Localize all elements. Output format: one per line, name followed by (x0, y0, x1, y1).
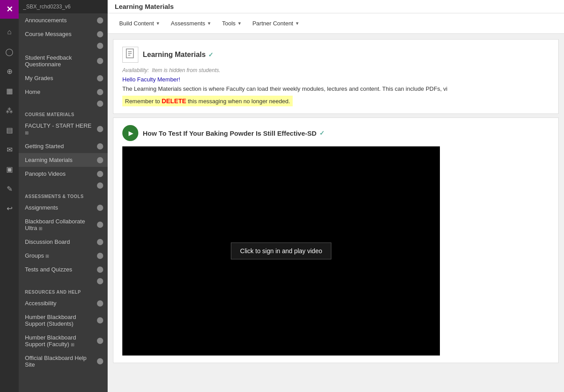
grid-icon[interactable]: ▦ (1, 83, 17, 99)
panopto-dot (97, 171, 103, 177)
sidebar-item-humber-faculty[interactable]: Humber Blackboard Support (Faculty) ⊞ (19, 331, 108, 351)
video-header: How To Test If Your Baking Powder Is Sti… (122, 125, 549, 141)
divider-4 (19, 276, 108, 286)
section-resources-help: RESOURCES AND HELP (19, 286, 108, 296)
sidebar-item-getting-started[interactable]: Getting Started (19, 139, 108, 153)
content-area: Learning Materials ✓ Availability: Item … (108, 34, 564, 392)
back-icon[interactable]: ↩ (1, 200, 17, 216)
partner-content-chevron: ▼ (295, 21, 299, 26)
sidebar-item-groups[interactable]: Groups ⊞ (19, 249, 108, 263)
sign-in-play-button[interactable]: Click to sign in and play video (231, 242, 331, 259)
tests-quizzes-dot (97, 267, 103, 273)
groups-ext-icon: ⊞ (45, 254, 49, 259)
learning-materials-card: Learning Materials ✓ Availability: Item … (113, 39, 559, 114)
groups-dot (97, 253, 103, 259)
close-button[interactable]: ✕ (0, 0, 19, 19)
discussion-dot (97, 239, 103, 245)
humber-faculty-dot (97, 338, 103, 344)
sidebar-item-course-messages[interactable]: Course Messages (19, 27, 108, 41)
page-title: Learning Materials (115, 3, 174, 10)
video-check-icon: ✓ (319, 129, 325, 137)
collaborate-dot (97, 222, 103, 228)
sidebar-item-accessibility[interactable]: Accessibility (19, 296, 108, 310)
build-content-chevron: ▼ (156, 21, 160, 26)
sidebar-item-panopto[interactable]: Panopto Videos (19, 167, 108, 181)
sidebar: _SBX_rchd0233_v6 Announcements Course Me… (19, 0, 108, 392)
sidebar-item-announcements[interactable]: Announcements (19, 13, 108, 27)
video-player[interactable]: Click to sign in and play video (122, 146, 440, 356)
sidebar-item-assignments[interactable]: Assignments (19, 201, 108, 214)
mail-icon[interactable]: ✉ (1, 141, 17, 158)
course-id-label: _SBX_rchd0233_v6 (23, 4, 71, 10)
faculty-support-ext-icon: ⊞ (71, 342, 74, 347)
greeting-text: Hello Faculty Member! (122, 76, 549, 83)
assessments-chevron: ▼ (207, 21, 211, 26)
sidebar-item-discussion[interactable]: Discussion Board (19, 235, 108, 249)
edit-icon[interactable]: ✎ (1, 181, 17, 197)
video-title: How To Test If Your Baking Powder Is Sti… (143, 129, 325, 137)
card-title: Learning Materials ✓ (143, 51, 214, 59)
sidebar-item-tests-quizzes[interactable]: Tests and Quizzes (19, 263, 108, 276)
globe-icon[interactable]: ⊕ (1, 63, 17, 79)
partner-content-button[interactable]: Partner Content ▼ (248, 18, 304, 29)
tools-button[interactable]: Tools ▼ (218, 18, 246, 29)
sidebar-item-faculty-start[interactable]: FACULTY - START HERE ⊞ (19, 119, 108, 139)
availability-text: Availability: Item is hidden from studen… (122, 67, 549, 73)
collaborate-ext-icon: ⊞ (39, 226, 42, 231)
main-area: Learning Materials Build Content ▼ Asses… (108, 0, 564, 392)
grades-dot (97, 75, 103, 81)
toolbar: Build Content ▼ Assessments ▼ Tools ▼ Pa… (108, 13, 564, 34)
page-title-bar: Learning Materials (108, 0, 564, 13)
sidebar-header: _SBX_rchd0233_v6 (19, 0, 108, 13)
video-card: How To Test If Your Baking Powder Is Sti… (113, 117, 559, 363)
check-icon: ✓ (208, 51, 214, 58)
sidebar-item-my-grades[interactable]: My Grades (19, 71, 108, 85)
official-help-dot (97, 358, 103, 364)
section-assessments-tools: ASSESSMENTS & TOOLS (19, 190, 108, 201)
card-header: Learning Materials ✓ (122, 47, 549, 63)
group-icon[interactable]: ⁂ (1, 102, 17, 118)
feedback-dot (97, 58, 103, 64)
learning-materials-dot (97, 157, 103, 163)
getting-started-dot (97, 143, 103, 150)
humber-students-dot (97, 317, 103, 323)
document-icon (122, 47, 138, 63)
assignments-dot (97, 205, 103, 211)
external-icon: ⊞ (25, 130, 28, 135)
calendar-icon[interactable]: ▤ (1, 122, 17, 138)
assessments-button[interactable]: Assessments ▼ (166, 18, 216, 29)
build-content-button[interactable]: Build Content ▼ (115, 18, 165, 29)
section-course-materials: COURSE MATERIALS (19, 109, 108, 119)
sidebar-item-home[interactable]: Home (19, 85, 108, 99)
user-icon[interactable]: ◯ (1, 44, 17, 60)
divider-1 (19, 41, 108, 51)
divider-2 (19, 99, 108, 109)
divider-3 (19, 181, 108, 190)
icon-rail: ✕ ⌂ ◯ ⊕ ▦ ⁂ ▤ ✉ ▣ ✎ ↩ (0, 0, 19, 392)
accessibility-dot (97, 300, 103, 307)
doc-icon[interactable]: ▣ (1, 161, 17, 177)
sidebar-item-feedback[interactable]: Student Feedback Questionnaire (19, 51, 108, 71)
tools-chevron: ▼ (238, 21, 242, 26)
description-text: The Learning Materials section is where … (122, 85, 549, 92)
sidebar-item-humber-students[interactable]: Humber Blackboard Support (Students) (19, 310, 108, 331)
announcements-dot (97, 17, 103, 24)
course-messages-dot (97, 31, 103, 37)
home-dot (97, 89, 103, 95)
panopto-play-icon (122, 125, 138, 141)
faculty-dot (97, 126, 103, 132)
home-icon[interactable]: ⌂ (1, 24, 17, 40)
sidebar-item-official-help[interactable]: Official Blackboard Help Site (19, 351, 108, 372)
sidebar-item-learning-materials[interactable]: Learning Materials (19, 153, 108, 167)
sidebar-item-collaborate[interactable]: Blackboard Collaborate Ultra ⊞ (19, 214, 108, 235)
warning-text: Remember to DELETE this messaging when n… (122, 96, 293, 106)
